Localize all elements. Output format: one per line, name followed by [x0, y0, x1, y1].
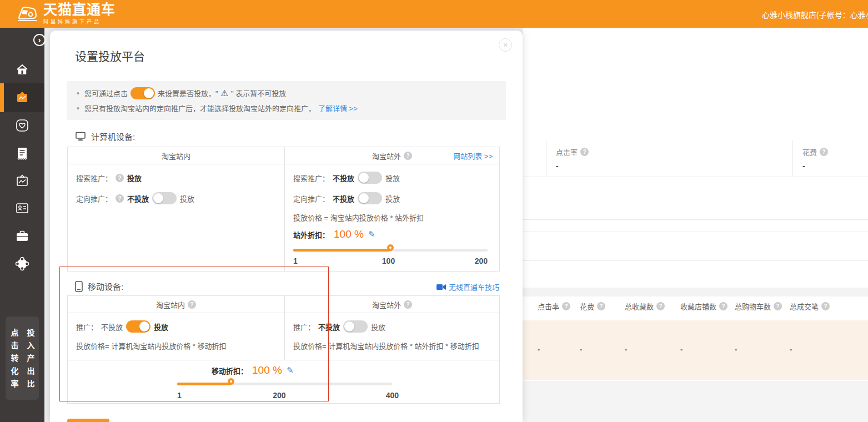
slider-fill — [177, 383, 231, 385]
computer-in-target-row: 定向推广： ? 不投放 投放 — [76, 192, 284, 205]
column-header-carts: 总购物车数? — [735, 301, 782, 312]
stat-card-ctr: 点击率 ? - — [546, 140, 792, 177]
notice-text-1c: " 表示暂不可投放 — [231, 88, 286, 98]
column-header-ctr: 点击率? — [538, 301, 570, 312]
edit-icon[interactable]: ✎ — [368, 229, 375, 239]
slider-handle[interactable] — [387, 244, 394, 251]
help-icon[interactable]: ? — [774, 302, 782, 310]
divider — [523, 177, 868, 177]
table-footer-area — [523, 381, 868, 422]
help-icon[interactable]: ? — [116, 174, 124, 182]
help-icon[interactable]: ? — [656, 302, 665, 310]
slider-fill — [293, 249, 390, 252]
slider-scale: 1 100 200 — [293, 257, 488, 266]
slider-handle[interactable] — [228, 378, 234, 385]
column-header-cost: 花费? — [580, 301, 605, 312]
app-title: 天猫直通车 — [43, 2, 116, 17]
mobile-out-cell: 推广： 不投放 投放 投放价格= 计算机淘宝站内投放价格 * 站外折扣 * 移动… — [285, 313, 499, 360]
help-icon[interactable]: ? — [580, 148, 589, 156]
notice-text-1b: 来设置是否投放，" — [158, 88, 218, 98]
out-discount-label: 站外折扣： — [293, 229, 329, 240]
account-name[interactable]: 心雅小栈旗舰店(子帐号：心雅小栈 — [762, 9, 868, 20]
computer-section-title: 计算机设备: — [75, 130, 135, 142]
table-row[interactable] — [523, 320, 868, 380]
section-gap — [523, 288, 868, 297]
sidebar-item-favorites[interactable] — [0, 118, 44, 133]
help-icon[interactable]: ? — [597, 302, 605, 310]
home-icon — [16, 63, 29, 76]
close-icon[interactable]: × — [499, 38, 512, 52]
computer-out-price-formula: 投放价格 = 淘宝站内投放价格 * 站外折扣 — [293, 212, 499, 222]
computer-out-target-toggle[interactable] — [358, 192, 382, 204]
mobile-in-promo-toggle[interactable] — [126, 320, 150, 333]
cell-value: - — [790, 345, 792, 354]
mobile-out-promo-row: 推广： 不投放 投放 — [293, 320, 499, 333]
computer-in-target-toggle[interactable] — [152, 192, 177, 204]
sidebar-metrics-panel[interactable]: 点击转化率 投入产出比 — [6, 316, 39, 400]
out-discount-value: 100 % — [334, 228, 364, 240]
help-icon[interactable]: ? — [116, 194, 124, 203]
mobile-out-price-formula: 投放价格= 计算机淘宝站内投放价格 * 站外折扣 * 移动折扣 — [293, 340, 499, 350]
receipt-icon — [16, 146, 29, 160]
warning-icon: ⚠ — [221, 89, 228, 97]
sidebar-item-report[interactable] — [0, 145, 44, 161]
notice-text-2: 您只有投放淘宝站内的定向推广后，才能选择投放淘宝站外的定向推广， — [84, 103, 315, 113]
sidebar-item-campaign[interactable] — [0, 90, 44, 105]
bullet: • — [77, 104, 79, 113]
sidebar-item-insights[interactable] — [0, 256, 44, 272]
computer-out-target-row: 定向推广： 不投放 投放 — [293, 192, 499, 205]
picture-icon — [15, 174, 29, 188]
mobile-discount-label: 移动折扣： — [212, 365, 248, 376]
help-icon[interactable]: ? — [404, 152, 412, 160]
help-icon[interactable]: ? — [562, 302, 570, 310]
computer-out-cell: 搜索推广： 不投放 投放 定向推广： 不投放 投放 投放价格 = 淘宝站内投放价… — [285, 164, 499, 271]
sidebar-expand-button[interactable]: › — [33, 34, 46, 46]
sidebar-item-creative[interactable] — [0, 173, 44, 189]
divider — [523, 260, 868, 261]
help-icon[interactable]: ? — [188, 300, 196, 309]
computer-in-search-row: 搜索推广： ? 投放 — [76, 171, 284, 184]
mobile-col-taobao-in: 淘宝站内 ? — [68, 296, 285, 313]
computer-in-search-value: 投放 — [127, 173, 142, 183]
computer-out-search-toggle[interactable] — [358, 172, 382, 184]
sidebar-item-tools[interactable] — [0, 228, 44, 244]
mobile-table: 淘宝站内 ? 淘宝站外 ? 推广： 不投放 投放 投放价格= 计算机淘宝站内投放… — [67, 295, 500, 404]
wireless-tips-link[interactable]: 无线直通车技巧 — [449, 282, 499, 292]
id-card-icon — [15, 202, 29, 215]
sidebar-item-contacts[interactable] — [0, 200, 44, 216]
divider — [523, 232, 868, 232]
heart-icon — [15, 118, 29, 133]
computer-col-taobao-out: 淘宝站外 ? 网站列表 >> — [285, 147, 499, 164]
train-logo-icon — [16, 3, 39, 24]
sidebar-item-home[interactable] — [0, 62, 44, 77]
column-header-favorites: 总收藏数? — [625, 301, 665, 312]
cell-value: - — [625, 345, 627, 354]
stat-ctr-label: 点击率 — [556, 147, 578, 157]
top-header: 天猫直通车 阿里妈妈旗下产品 心雅小栈旗舰店(子帐号：心雅小栈 — [0, 0, 868, 28]
example-toggle[interactable] — [131, 87, 155, 99]
mobile-in-promo-row: 推广： 不投放 投放 — [76, 320, 284, 333]
notice-box: • 您可通过点击 来设置是否投放，" ⚠ " 表示暂不可投放 • 您只有投放淘宝… — [67, 81, 506, 120]
learn-more-link[interactable]: 了解详情 >> — [318, 103, 358, 113]
modal-title: 设置投放平台 — [75, 47, 145, 64]
help-icon[interactable]: ? — [404, 300, 412, 309]
column-header-shop-favorites: 收藏店铺数? — [680, 301, 727, 312]
help-icon[interactable]: ? — [821, 302, 830, 310]
campaign-icon — [15, 91, 29, 105]
sidebar: 点击转化率 投入产出比 — [0, 28, 44, 422]
cell-value: - — [538, 345, 540, 354]
website-list-link[interactable]: 网站列表 >> — [453, 150, 493, 161]
app-logo[interactable]: 天猫直通车 阿里妈妈旗下产品 — [16, 2, 116, 25]
help-icon[interactable]: ? — [719, 302, 727, 310]
sphere-icon — [15, 257, 29, 271]
edit-icon[interactable]: ✎ — [287, 365, 294, 375]
help-icon[interactable]: ? — [820, 148, 828, 156]
confirm-button[interactable] — [67, 419, 109, 422]
mobile-section-title: 移动设备: — [75, 280, 123, 292]
mobile-out-promo-toggle[interactable] — [343, 320, 368, 333]
monitor-icon — [75, 132, 86, 142]
bullet: • — [77, 89, 79, 98]
computer-in-cell: 搜索推广： ? 投放 定向推广： ? 不投放 投放 — [68, 164, 285, 271]
notice-text-1a: 您可通过点击 — [84, 88, 128, 98]
stat-cost-label: 花费 — [802, 147, 817, 157]
